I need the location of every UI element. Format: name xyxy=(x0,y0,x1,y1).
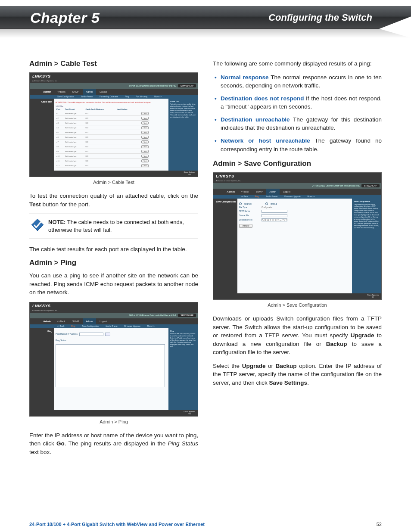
model-badge: SRW224G4P xyxy=(178,84,196,87)
test-button[interactable]: Test xyxy=(141,136,149,139)
subnav-item[interactable]: Ping xyxy=(68,324,79,328)
ping-go-button[interactable] xyxy=(105,333,110,336)
help-text: Downloads or uploads switch configuratio… xyxy=(354,204,379,229)
nav-snmp[interactable]: SNMP xyxy=(69,318,83,324)
side-rail-label: Save Configuration xyxy=(213,199,237,293)
ping-status-pane xyxy=(56,344,165,387)
subnav-item[interactable]: Firmware Upgrade xyxy=(121,324,144,328)
note-icon xyxy=(31,218,44,231)
pager[interactable]: 1-12/24 ▸ xyxy=(56,105,63,107)
nav-snmp[interactable]: SNMP xyxy=(252,189,266,195)
test-button[interactable]: Test xyxy=(141,155,149,158)
test-button[interactable]: Test xyxy=(141,145,149,148)
subnav-item[interactable]: Jumbo Frame xyxy=(262,195,281,199)
screenshot-ping: LINKSYS A Division of Cisco Systems, Inc… xyxy=(29,302,198,417)
screenshot-save-config: LINKSYS A Division of Cisco Systems, Inc… xyxy=(213,172,382,300)
heading-cable-test: Admin > Cable Test xyxy=(29,59,198,68)
table-row: e6Not tested yet0.0Test xyxy=(56,135,149,140)
help-title: Save Configuration xyxy=(354,200,380,202)
list-item: Destination unreachable The gateway for … xyxy=(221,115,382,132)
subnav-item[interactable]: More >> xyxy=(151,95,165,99)
subnav-item[interactable]: Forwarding Database xyxy=(96,95,121,99)
table-row: e7Not tested yet0.0Test xyxy=(56,140,149,144)
ping-ip-input[interactable] xyxy=(79,333,103,336)
nav-back[interactable]: <<Back xyxy=(54,318,69,324)
para-ping-results-intro: The following are some commonly displaye… xyxy=(213,59,382,68)
page: Chapter 5 Configuring the Switch Admin >… xyxy=(0,6,411,532)
tftp-server-input[interactable] xyxy=(262,210,287,213)
nav-back[interactable]: <<Back xyxy=(54,89,69,95)
para-cable-1: To test the connection quality of an att… xyxy=(29,192,198,208)
test-button[interactable]: Test xyxy=(141,131,149,134)
caption-ping: Admin > Ping xyxy=(29,419,198,424)
subnav-item[interactable]: Ping xyxy=(252,195,262,199)
model-badge: SRW224G4P xyxy=(178,314,196,317)
nav-logout[interactable]: Logout xyxy=(96,89,110,95)
heading-ping: Admin > Ping xyxy=(29,258,198,267)
subnav-item[interactable]: << Back xyxy=(237,195,252,199)
chapter-label: Chapter 5 xyxy=(30,9,100,26)
nav-logout[interactable]: Logout xyxy=(96,318,110,324)
test-button[interactable]: Test xyxy=(141,117,149,120)
heading-save-config: Admin > Save Configuration xyxy=(213,159,382,168)
test-button[interactable]: Test xyxy=(141,164,149,167)
note-box: NOTE: The cable needs to be connected at… xyxy=(29,214,198,239)
footer-page-number: 52 xyxy=(377,522,382,527)
table-row: e8Not tested yet0.0Test xyxy=(56,144,149,149)
source-file-input[interactable] xyxy=(262,214,287,217)
nav-admin[interactable]: Admin xyxy=(83,89,97,95)
subnav-item[interactable]: Port Mirroring xyxy=(132,95,151,99)
help-text: Sends ICMP echo request packets to anoth… xyxy=(170,333,196,348)
radio-upgrade[interactable] xyxy=(239,202,242,205)
svg-marker-0 xyxy=(31,219,44,231)
subnav-item[interactable]: More >> xyxy=(144,324,158,328)
nav-logout[interactable]: Logout xyxy=(280,189,294,195)
dest-file-input[interactable] xyxy=(262,218,287,221)
page-footer: 24-Port 10/100 + 4-Port Gigabit Switch w… xyxy=(29,522,382,527)
transfer-button[interactable]: Transfer xyxy=(239,224,252,228)
test-button[interactable]: Test xyxy=(141,140,149,143)
para-ping-2: Enter the IP address or host name of the… xyxy=(29,431,198,457)
right-column: The following are some commonly displaye… xyxy=(213,59,382,461)
subnav-item[interactable]: << Back xyxy=(54,324,68,328)
screenshot-cable-test: LINKSYS A Division of Cisco Systems, Inc… xyxy=(29,72,198,177)
subnav-item[interactable]: Save Configuration xyxy=(79,324,102,328)
list-item: Destination does not respond If the host… xyxy=(221,94,382,111)
para-ping-1: You can use a ping to see if another sit… xyxy=(29,271,198,297)
table-row: e2Not tested yet0.0Test xyxy=(56,116,149,121)
col-distance: Cable Fault Distance xyxy=(85,107,116,111)
caption-save-config: Admin > Save Configuration xyxy=(213,302,382,308)
test-button[interactable]: Test xyxy=(141,112,149,115)
nav-admin[interactable]: Admin xyxy=(266,189,280,195)
table-row: e1Not tested yet0.0Test xyxy=(56,111,149,116)
nav-back[interactable]: <<Back xyxy=(237,189,252,195)
chapter-title: Configuring the Switch xyxy=(268,12,372,23)
subnav-item[interactable]: Firmware Upgrade xyxy=(281,195,304,199)
radio-backup[interactable] xyxy=(265,202,268,205)
brand-logo: LINKSYS xyxy=(32,304,51,308)
brand-logo: LINKSYS xyxy=(32,74,51,78)
test-button[interactable]: Test xyxy=(141,126,149,129)
side-rail-label: Ping xyxy=(30,328,54,410)
test-button[interactable]: Test xyxy=(141,159,149,162)
help-title: Cable Test xyxy=(170,100,196,103)
help-title: Ping xyxy=(170,330,196,332)
footer-product: 24-Port 10/100 + 4-Port Gigabit Switch w… xyxy=(29,522,205,527)
nav-snmp[interactable]: SNMP xyxy=(69,89,83,95)
left-column: Admin > Cable Test LINKSYS A Division of… xyxy=(29,59,198,461)
col-update: Last Update xyxy=(116,107,135,111)
ports-table: Port Test Result Cable Fault Distance La… xyxy=(56,107,149,168)
test-button[interactable]: Test xyxy=(141,121,149,124)
subnav-item[interactable]: Jumbo Frame xyxy=(77,95,96,99)
col-result: Test Result xyxy=(64,107,85,111)
subnav-item[interactable]: Ping xyxy=(121,95,132,99)
subnav-item[interactable]: More >> xyxy=(304,195,318,199)
subnav-item[interactable]: Jumbo Frame xyxy=(102,324,121,328)
caption-cable-test: Admin > Cable Test xyxy=(29,180,198,185)
subnav-item[interactable]: Save Configuration xyxy=(54,95,77,99)
nav-section-label: Admin xyxy=(30,89,54,95)
nav-admin[interactable]: Admin xyxy=(83,318,97,324)
test-button[interactable]: Test xyxy=(141,150,149,153)
nav-section-label: Admin xyxy=(213,189,237,195)
table-row: e10Not tested yet0.0Test xyxy=(56,154,149,159)
